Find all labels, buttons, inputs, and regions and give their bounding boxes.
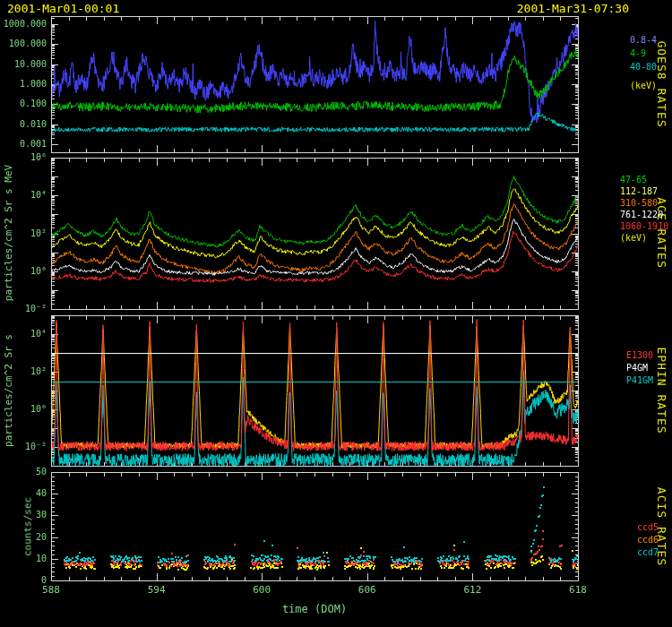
y-tick-label: 10.000 xyxy=(0,60,47,69)
legend-4080: 40-80 xyxy=(630,63,657,72)
panel-title-ephin-rates: EPHIN RATES xyxy=(655,347,668,434)
legend-7611220: 761-1220 xyxy=(620,210,663,219)
y-tick-label: 30 xyxy=(0,511,47,520)
y-tick-label: 100.000 xyxy=(0,39,47,48)
y-tick-label: 10 xyxy=(0,554,47,563)
x-tick-label: 594 xyxy=(148,585,166,595)
start-datetime: 2001-Mar01-00:01 xyxy=(7,3,119,14)
y-tick-label: 0.100 xyxy=(0,99,47,108)
y-tick-label: 10⁻² xyxy=(0,442,47,451)
y-tick-label: 40 xyxy=(0,489,47,498)
plot-canvas xyxy=(0,0,672,627)
panel-title-ace-rates: ACE RATES xyxy=(655,197,668,268)
legend-ccd7: ccd7 xyxy=(637,548,659,557)
acis-y-axis-label: counts/sec xyxy=(23,497,33,556)
y-tick-label: 50 xyxy=(0,468,47,477)
y-tick-label: 10² xyxy=(0,229,47,238)
y-tick-label: 10⁰ xyxy=(0,405,47,414)
legend-p41gm: P41GM xyxy=(626,376,653,385)
y-tick-label: 10⁻² xyxy=(0,305,47,314)
x-tick-label: 600 xyxy=(253,585,271,595)
y-tick-label: 1.000 xyxy=(0,80,47,89)
legend-ccd6: ccd6 xyxy=(637,536,659,545)
y-tick-label: 0 xyxy=(0,576,47,585)
y-tick-label: 20 xyxy=(0,533,47,542)
legend-kev: (keV) xyxy=(630,82,657,90)
ephin-y-axis-label: particles/cm^2 Sr s xyxy=(4,334,13,447)
x-tick-label: 612 xyxy=(463,585,481,595)
y-tick-label: 1000.000 xyxy=(0,20,47,29)
legend-112187: 112-187 xyxy=(620,187,658,196)
y-tick-label: 10⁰ xyxy=(0,267,47,276)
y-tick-label: 10⁶ xyxy=(0,153,47,162)
plot-window: 2001-Mar01-00:01 2001-Mar31-07:30 GOES8 … xyxy=(0,0,672,627)
x-tick-label: 588 xyxy=(42,585,60,595)
y-tick-label: 10⁴ xyxy=(0,191,47,200)
x-tick-label: 606 xyxy=(358,585,376,595)
legend-e1300: E1300 xyxy=(626,351,653,360)
legend-084: 0.8-4 xyxy=(630,36,657,45)
legend-kev: (keV) xyxy=(620,234,647,243)
x-tick-label: 618 xyxy=(569,585,587,595)
legend-49: 4-9 xyxy=(630,49,646,58)
y-tick-label: 10⁴ xyxy=(0,330,47,339)
legend-310580: 310-580 xyxy=(620,199,658,208)
y-tick-label: 0.010 xyxy=(0,120,47,129)
panel-title-goes8-rates: GOES8 RATES xyxy=(655,40,668,127)
x-axis-label: time (DOM) xyxy=(282,604,347,614)
legend-10601910: 1060-1910 xyxy=(620,222,668,231)
y-tick-label: 0.001 xyxy=(0,140,47,149)
legend-ccd5: ccd5 xyxy=(637,523,659,532)
y-tick-label: 10² xyxy=(0,367,47,376)
legend-4765: 47-65 xyxy=(620,176,647,185)
legend-p4gm: P4GM xyxy=(626,364,648,373)
end-datetime: 2001-Mar31-07:30 xyxy=(517,3,629,14)
